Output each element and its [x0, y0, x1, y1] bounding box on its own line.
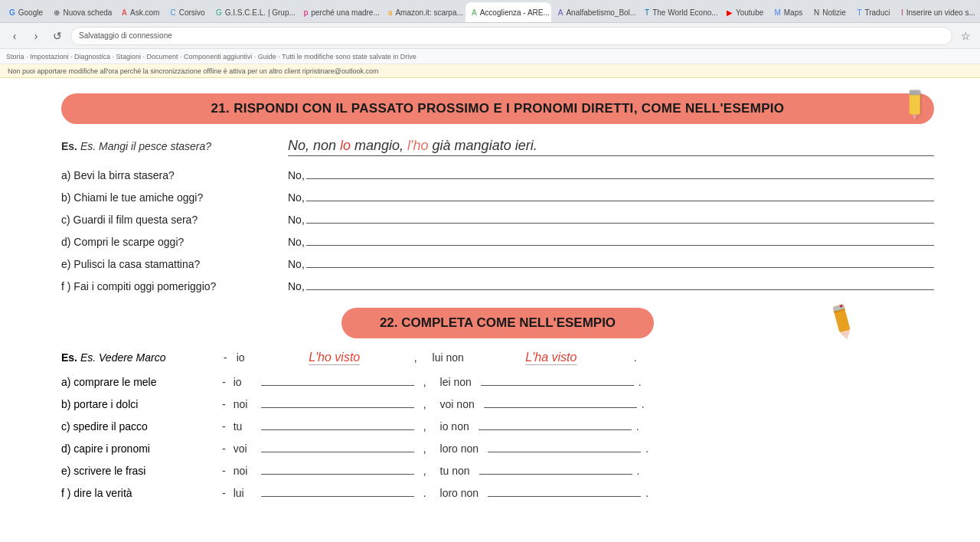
- fill-long-a2[interactable]: [481, 372, 634, 386]
- fill-line-d[interactable]: [306, 232, 934, 246]
- ex22-pronoun1-c: tu: [234, 420, 256, 433]
- fill-long-f2[interactable]: [488, 483, 641, 497]
- fill-long-e1[interactable]: [261, 461, 414, 475]
- answer-mangiato: già mangiato: [429, 138, 511, 153]
- connector-c: io non: [440, 420, 469, 433]
- exercise-row-a: a) Bevi la birra stasera? No,: [61, 165, 934, 181]
- fill-long-a1[interactable]: [261, 372, 414, 386]
- ex22-row-b: b) portare i dolci - noi , voi non .: [61, 394, 934, 410]
- answer-lho: l'ho: [407, 138, 428, 153]
- connector-b: voi non: [440, 398, 475, 410]
- tabs-bar: G Google ⊕ Nuova scheda A Ask.com C Cors…: [0, 0, 980, 23]
- info-bar: Storia · Impostazioni · Diagnostica · St…: [0, 49, 980, 64]
- ex22-row-c: c) spedire il pacco - tu , io non .: [61, 416, 934, 433]
- example-label-21: Es. Es. Mangi il pesce stasera?: [61, 140, 276, 152]
- info-text: Storia · Impostazioni · Diagnostica · St…: [6, 53, 416, 60]
- section22-header: 22. COMPLETA COME NELL'ESEMPIO: [61, 308, 934, 338]
- tab-analfabetismo[interactable]: A Analfabetismo_Bol...: [552, 2, 638, 22]
- tab-amazon[interactable]: a Amazon.it: scarpa...: [382, 2, 465, 22]
- tab-giscel[interactable]: G G.I.S.C.E.L. | Grup...: [210, 2, 297, 22]
- tab-maps[interactable]: M Maps: [768, 2, 807, 22]
- answer-line-e: No,: [288, 254, 934, 270]
- fill-line-a[interactable]: [306, 165, 934, 179]
- tab-nuova[interactable]: ⊕ Nuova scheda: [47, 2, 114, 22]
- answer-lo: lo: [340, 138, 351, 153]
- exercise-rows-22: a) comprare le mele - io , lei non . b) …: [61, 372, 934, 499]
- answer-line-a: No,: [288, 165, 934, 181]
- exercise-row-c: c) Guardi il film questa sera? No,: [61, 210, 934, 226]
- fill-line-c[interactable]: [306, 210, 934, 224]
- ex22-label-e: e) scrivere le frasi: [61, 465, 214, 477]
- reload-button[interactable]: ↺: [49, 28, 66, 44]
- question-f: f ) Fai i compiti oggi pomeriggio?: [61, 280, 276, 292]
- svg-marker-1: [913, 115, 917, 121]
- no-b: No,: [288, 191, 305, 204]
- tab-ask[interactable]: A Ask.com: [116, 2, 164, 22]
- no-e: No,: [288, 258, 305, 270]
- fill-long-c2[interactable]: [479, 416, 632, 430]
- example-question: Es. Mangi il pesce stasera?: [80, 140, 211, 152]
- answer-line-b: No,: [288, 188, 934, 204]
- question-e: e) Pulisci la casa stamattina?: [61, 258, 276, 270]
- question-a: a) Bevi la birra stasera?: [61, 169, 276, 181]
- connector-f: loro non: [440, 487, 479, 499]
- ex22-row-a: a) comprare le mele - io , lei non .: [61, 372, 934, 388]
- example-answer2: L'ha visto: [475, 351, 628, 364]
- tab-perche[interactable]: p perché una madre...: [298, 2, 381, 22]
- ex22-pronoun1-d: voi: [234, 442, 256, 455]
- question-c: c) Guardi il film questa sera?: [61, 214, 276, 226]
- pencil-icon-22: [823, 302, 865, 344]
- tab-world[interactable]: T The World Econo...: [639, 2, 720, 22]
- fill-line-e[interactable]: [306, 254, 934, 268]
- fill-long-f1[interactable]: [261, 483, 414, 497]
- ex22-pronoun1-e: noi: [234, 465, 256, 477]
- fill-long-d2[interactable]: [488, 439, 641, 452]
- ex22-row-f: f ) dire la verità - lui . loro non .: [61, 483, 934, 499]
- address-bar-row: ‹ › ↺ Salvataggio di connessione ☆: [0, 23, 980, 49]
- example-answer1: L'ho visto: [266, 351, 403, 364]
- address-text: Salvataggio di connessione: [79, 31, 172, 40]
- exercise-row-b: b) Chiami le tue amiche oggi? No,: [61, 188, 934, 204]
- question-b: b) Chiami le tue amiche oggi?: [61, 191, 276, 204]
- address-input[interactable]: Salvataggio di connessione: [70, 27, 952, 45]
- ex22-row-e: e) scrivere le frasi - noi , tu non .: [61, 461, 934, 477]
- answer-ieri: ieri.: [511, 138, 537, 153]
- exercise-row-e: e) Pulisci la casa stamattina? No,: [61, 254, 934, 270]
- example-label-22: Es. Es. Vedere Marco: [61, 351, 214, 364]
- ex22-label-b: b) portare i dolci: [61, 398, 214, 410]
- connector-a: lei non: [440, 376, 472, 388]
- section21-banner: 21. RISPONDI CON IL PASSATO PROSSIMO E I…: [61, 93, 934, 124]
- answer-line-f: No,: [288, 276, 934, 292]
- notification-bar: Non puoi apportare modifiche all'ora per…: [0, 64, 980, 78]
- fill-line-b[interactable]: [306, 188, 934, 201]
- bookmarks-button[interactable]: ☆: [957, 28, 974, 44]
- no-f: No,: [288, 280, 305, 292]
- ex22-label-d: d) capire i pronomi: [61, 442, 214, 455]
- example-row-21: Es. Es. Mangi il pesce stasera? No, non …: [61, 138, 934, 156]
- section21-header: 21. RISPONDI CON IL PASSATO PROSSIMO E I…: [61, 93, 934, 124]
- tab-traduci[interactable]: T Traduci: [851, 2, 894, 22]
- tab-notizie[interactable]: N Notizie: [808, 2, 850, 22]
- tab-youtube[interactable]: ▶ Youtube: [720, 2, 767, 22]
- fill-long-e2[interactable]: [479, 461, 632, 475]
- question-d: d) Compri le scarpe oggi?: [61, 236, 276, 248]
- forward-button[interactable]: ›: [28, 28, 44, 44]
- no-c: No,: [288, 214, 305, 226]
- fill-long-b2[interactable]: [484, 394, 637, 408]
- fill-long-b1[interactable]: [261, 394, 414, 408]
- notification-text: Non puoi apportare modifiche all'ora per…: [8, 67, 378, 75]
- tab-google[interactable]: G Google: [3, 2, 47, 22]
- ex22-pronoun1-a: io: [234, 376, 256, 388]
- tab-inserire[interactable]: I Inserire un video s...: [895, 2, 977, 22]
- ex22-pronoun1-f: lui: [234, 487, 256, 499]
- answer-line-c: No,: [288, 210, 934, 226]
- tab-accoglienza[interactable]: A Accoglienza - ARE...: [466, 2, 551, 22]
- fill-long-c1[interactable]: [261, 416, 414, 430]
- svg-rect-2: [910, 90, 920, 95]
- back-button[interactable]: ‹: [6, 28, 23, 44]
- example-pronoun1: io: [237, 351, 260, 364]
- no-d: No,: [288, 236, 305, 248]
- fill-long-d1[interactable]: [261, 439, 414, 452]
- fill-line-f[interactable]: [306, 276, 934, 290]
- tab-corsivo[interactable]: C Corsivo: [165, 2, 209, 22]
